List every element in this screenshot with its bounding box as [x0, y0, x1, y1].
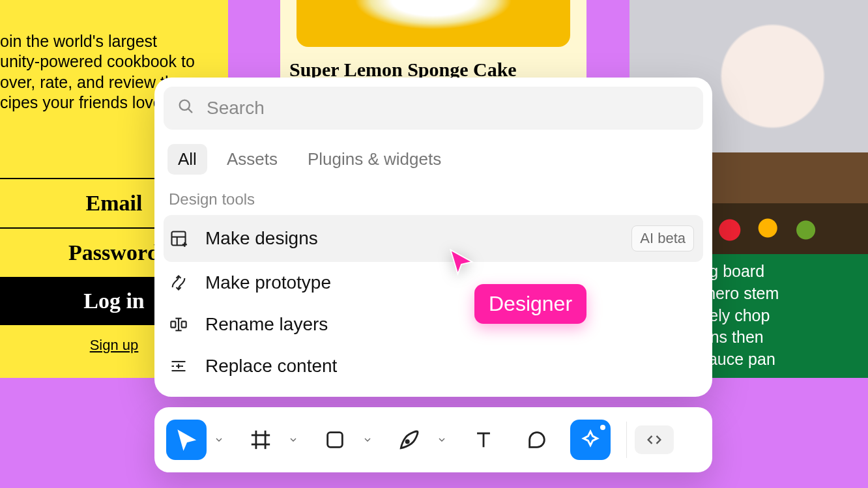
move-tool-button[interactable]	[166, 420, 207, 460]
search-placeholder: Search	[207, 98, 265, 119]
tab-assets[interactable]: Assets	[216, 144, 288, 175]
tab-all[interactable]: All	[167, 144, 207, 175]
pen-tool-chevron[interactable]	[433, 435, 450, 445]
svg-line-1	[188, 109, 192, 112]
replace-lines-icon	[169, 356, 188, 376]
search-icon	[177, 97, 195, 120]
ai-actions-button[interactable]	[570, 420, 611, 460]
prototype-flow-icon	[169, 273, 188, 293]
text-cursor-icon	[169, 315, 188, 334]
svg-rect-2	[172, 232, 186, 246]
bottom-toolbar: .toolbar .tb-group:nth-child(6) .tb-btn …	[154, 407, 712, 472]
svg-point-20	[406, 440, 409, 443]
filter-tabs: All Assets Plugins & widgets	[164, 130, 703, 181]
action-replace-content[interactable]: Replace content	[164, 345, 703, 387]
toolbar-divider	[626, 422, 627, 458]
frame-tool-button[interactable]	[240, 420, 281, 460]
frame-tool-chevron[interactable]	[285, 435, 302, 445]
move-tool-chevron[interactable]	[210, 435, 227, 445]
actions-panel: Search All Assets Plugins & widgets Desi…	[154, 78, 712, 397]
action-label: Rename layers	[205, 314, 694, 335]
text-tool-button[interactable]	[463, 420, 504, 460]
svg-rect-9	[182, 321, 186, 327]
action-label: Make prototype	[205, 272, 694, 293]
mock-recipe-image	[297, 0, 570, 47]
svg-rect-8	[171, 321, 175, 327]
action-label: Replace content	[205, 356, 694, 377]
svg-rect-19	[328, 433, 343, 448]
comment-tool-button[interactable]	[517, 420, 557, 460]
ai-beta-badge: AI beta	[631, 225, 694, 251]
search-input[interactable]: Search	[164, 87, 703, 130]
group-label-design-tools: Design tools	[164, 181, 703, 215]
tab-plugins-widgets[interactable]: Plugins & widgets	[297, 144, 452, 175]
action-make-prototype[interactable]: Make prototype	[164, 262, 703, 304]
action-make-designs[interactable]: Make designs AI beta	[164, 215, 703, 262]
shape-tool-button[interactable]	[315, 420, 355, 460]
action-rename-layers[interactable]: Rename layers	[164, 304, 703, 345]
shape-tool-chevron[interactable]	[359, 435, 376, 445]
dev-mode-toggle[interactable]	[635, 425, 674, 454]
pen-tool-button[interactable]	[389, 420, 429, 460]
layout-plus-icon	[169, 229, 188, 248]
multiplayer-cursor-label: Designer	[474, 284, 586, 324]
action-label: Make designs	[205, 228, 615, 249]
